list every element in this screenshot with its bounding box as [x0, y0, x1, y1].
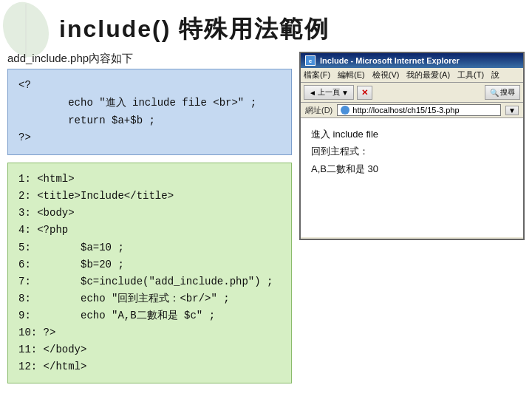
green-code-line-12: 12: </html> [18, 358, 281, 375]
content-line-2: 回到主程式： [311, 143, 513, 160]
green-code-line-10: 10: ?> [18, 324, 281, 341]
menu-favorites[interactable]: 我的最愛(A) [406, 69, 450, 81]
browser-icon: e [305, 55, 316, 66]
green-code-line-7: 7: $c=include("add_include.php") ; [18, 273, 281, 290]
green-code-line-6: 6: $b=20 ; [18, 256, 281, 273]
green-code-line-2: 2: <title>Include</title> [18, 188, 281, 205]
back-dropdown-icon: ▼ [341, 89, 349, 97]
address-url: http://localhost/ch15/15-3.php [352, 106, 459, 115]
search-button[interactable]: 🔍 搜尋 [485, 85, 520, 100]
browser-title: Include - Microsoft Internet Explorer [320, 56, 460, 65]
browser-window: e Include - Microsoft Internet Explorer … [299, 52, 525, 240]
leaf-decoration [0, 0, 52, 59]
address-dropdown-button[interactable]: ▼ [505, 106, 519, 115]
back-arrow-icon: ◄ [309, 89, 316, 97]
file-label: add_include.php內容如下 [7, 52, 292, 66]
stop-button[interactable]: ✕ [357, 86, 372, 100]
menu-view[interactable]: 檢視(V) [372, 69, 400, 81]
green-code-line-1: 1: <html> [18, 171, 281, 188]
green-code-box: 1: <html> 2: <title>Include</title> 3: <… [7, 163, 292, 383]
content-line-1: 進入 include file [311, 126, 513, 143]
browser-content: 進入 include file 回到主程式： A,B二數和是 30 [301, 118, 523, 237]
blue-code-line-3: return $a+$b ; [18, 112, 281, 130]
content-line-3: A,B二數和是 30 [311, 160, 513, 177]
browser-window-panel: e Include - Microsoft Internet Explorer … [299, 52, 525, 240]
green-code-line-11: 11: </body> [18, 341, 281, 358]
back-label: 上一頁 [318, 87, 340, 98]
blue-code-line-1: <? [18, 77, 281, 95]
green-code-line-4: 4: <?php [18, 222, 281, 239]
browser-addressbar: 網址(D) http://localhost/ch15/15-3.php ▼ [301, 103, 523, 118]
green-code-line-8: 8: echo "回到主程式：<br/>" ; [18, 290, 281, 307]
menu-help[interactable]: 說 [491, 69, 499, 81]
green-code-line-9: 9: echo "A,B二數和是 $c" ; [18, 307, 281, 324]
browser-menubar[interactable]: 檔案(F) 編輯(E) 檢視(V) 我的最愛(A) 工具(T) 說 [301, 68, 523, 83]
green-code-line-5: 5: $a=10 ; [18, 239, 281, 256]
menu-tools[interactable]: 工具(T) [457, 69, 484, 81]
blue-code-line-4: ?> [18, 129, 281, 147]
back-button[interactable]: ◄ 上一頁 ▼ [304, 85, 354, 100]
globe-icon [341, 106, 349, 115]
green-code-line-3: 3: <body> [18, 205, 281, 222]
browser-toolbar: ◄ 上一頁 ▼ ✕ 🔍 搜尋 [301, 83, 523, 103]
blue-code-box: <? echo "進入 include file <br>" ; return … [7, 69, 292, 155]
search-label: 搜尋 [500, 87, 515, 98]
left-panel: add_include.php內容如下 <? echo "進入 include … [7, 52, 292, 362]
browser-titlebar: e Include - Microsoft Internet Explorer [301, 53, 523, 68]
menu-file[interactable]: 檔案(F) [304, 69, 330, 81]
address-label: 網址(D) [305, 105, 332, 116]
search-icon: 🔍 [490, 89, 499, 97]
blue-code-line-2: echo "進入 include file <br>" ; [18, 95, 281, 112]
page-title: include() 特殊用法範例 [59, 13, 330, 46]
address-input[interactable]: http://localhost/ch15/15-3.php [337, 104, 501, 116]
menu-edit[interactable]: 編輯(E) [338, 69, 365, 81]
